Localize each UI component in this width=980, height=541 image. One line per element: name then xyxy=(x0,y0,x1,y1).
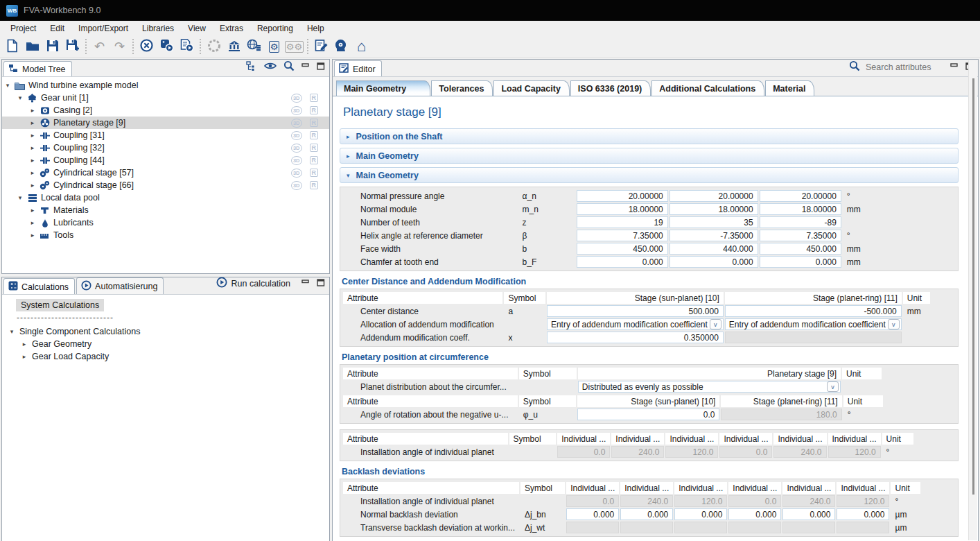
tree-item-cylindrical-stage-57[interactable]: ▸Cylindrical stage [57]3DR xyxy=(2,166,329,179)
value-input[interactable]: -7.35000 xyxy=(670,230,758,241)
collapse-icon[interactable]: ▾ xyxy=(15,194,26,201)
expand-icon[interactable]: ▸ xyxy=(27,232,38,239)
report-editor-button[interactable] xyxy=(311,37,331,56)
value-input[interactable]: 20.00000 xyxy=(577,190,668,202)
hierarchy-view-icon[interactable] xyxy=(246,61,257,74)
show-hide-eye-icon[interactable] xyxy=(264,62,277,72)
report-icon[interactable]: R xyxy=(310,119,319,127)
view-3d-icon[interactable]: 3D xyxy=(291,169,302,178)
value-input[interactable]: 0.000 xyxy=(674,508,727,520)
redo-button[interactable]: ↷ xyxy=(110,37,130,56)
expand-icon[interactable]: ▸ xyxy=(19,341,30,347)
expert-mode-button[interactable] xyxy=(331,37,351,56)
value-input[interactable]: 0.350000 xyxy=(547,332,724,343)
value-input[interactable]: 7.35000 xyxy=(577,230,668,241)
run-script-button[interactable] xyxy=(177,37,197,56)
view-3d-icon[interactable]: 3D xyxy=(291,144,302,153)
report-icon[interactable]: R xyxy=(310,156,319,164)
view-3d-icon[interactable]: 3D xyxy=(291,156,302,165)
value-input[interactable]: 0.000 xyxy=(837,508,889,520)
expand-icon[interactable]: ▸ xyxy=(27,182,38,189)
tree-item-planetary-stage-9[interactable]: ▸Planetary stage [9]3DR xyxy=(2,117,329,129)
database-bank-button[interactable] xyxy=(224,37,244,56)
expand-icon[interactable]: ▸ xyxy=(27,107,38,114)
dropdown-select[interactable]: Entry of addendum modification coefficie… xyxy=(725,318,902,330)
bearing-button[interactable] xyxy=(204,37,224,56)
expand-icon[interactable]: ▸ xyxy=(27,207,38,214)
view-3d-icon[interactable]: 3D xyxy=(291,181,302,190)
minimize-panel-icon[interactable] xyxy=(301,279,310,289)
minimize-panel-icon[interactable] xyxy=(950,62,959,72)
menu-libraries[interactable]: Libraries xyxy=(135,22,181,35)
report-icon[interactable]: R xyxy=(310,169,319,177)
value-input[interactable]: 35 xyxy=(670,216,758,228)
dropdown-arrow-icon[interactable]: v xyxy=(888,319,900,329)
tree-item-wind-turbine-example-model[interactable]: ▾Wind turbine example model xyxy=(2,79,329,92)
view-3d-icon[interactable]: 3D xyxy=(291,131,302,140)
report-icon[interactable]: R xyxy=(310,181,319,189)
value-input[interactable]: 7.35000 xyxy=(760,230,841,241)
run-calculation-button[interactable]: Run calculation xyxy=(212,275,295,291)
tree-item-coupling-31[interactable]: ▸Coupling [31]3DR xyxy=(2,129,329,141)
report-icon[interactable]: R xyxy=(310,94,319,102)
menu-extras[interactable]: Extras xyxy=(213,22,250,35)
scrollbar-thumb[interactable] xyxy=(972,78,974,495)
value-input[interactable]: 0.0 xyxy=(577,409,719,420)
value-input[interactable]: 0.000 xyxy=(566,508,619,520)
dropdown-select[interactable]: Entry of addendum modification coefficie… xyxy=(547,318,724,330)
dropdown-arrow-icon[interactable]: v xyxy=(710,319,721,329)
search-tree-icon[interactable] xyxy=(283,60,295,74)
tree-item-gear-geometry[interactable]: ▸Gear Geometry xyxy=(6,338,329,350)
expand-icon[interactable]: ▸ xyxy=(27,169,38,176)
tree-item-gear-load-capacity[interactable]: ▸Gear Load Capacity xyxy=(6,350,329,363)
tab-tolerances[interactable]: Tolerances xyxy=(431,80,493,96)
global-database-button[interactable] xyxy=(244,37,264,56)
expand-icon[interactable]: ▸ xyxy=(27,144,38,151)
expand-icon[interactable]: ▸ xyxy=(27,219,38,226)
save-as-button[interactable] xyxy=(62,37,82,56)
value-input[interactable]: 0.000 xyxy=(760,256,841,268)
menu-reporting[interactable]: Reporting xyxy=(250,22,300,35)
tree-item-tools[interactable]: ▸Tools xyxy=(2,229,329,241)
value-input[interactable]: 20.00000 xyxy=(670,190,758,202)
search-attributes-input[interactable] xyxy=(864,62,943,73)
section-main-geometry-collapsed[interactable]: ▸ Main Geometry xyxy=(340,148,959,164)
tree-item-lubricants[interactable]: ▸Lubricants xyxy=(2,216,329,229)
tree-item-coupling-44[interactable]: ▸Coupling [44]3DR xyxy=(2,154,329,166)
value-input[interactable]: 0.000 xyxy=(670,256,758,268)
tab-main-geometry[interactable]: Main Geometry xyxy=(336,80,430,96)
maximize-panel-icon[interactable] xyxy=(317,279,325,289)
dropdown-arrow-icon[interactable]: v xyxy=(827,381,839,392)
section-main-geometry-expanded[interactable]: ▾ Main Geometry xyxy=(340,167,959,183)
collapse-icon[interactable]: ▾ xyxy=(6,328,17,335)
save-button[interactable] xyxy=(42,37,62,56)
report-icon[interactable]: R xyxy=(310,106,319,114)
report-icon[interactable]: R xyxy=(310,131,319,139)
tree-item-cylindrical-stage-66[interactable]: ▸Cylindrical stage [66]3DR xyxy=(2,179,329,191)
tree-item-single-component-calculations[interactable]: ▾Single Component Calculations xyxy=(6,325,329,338)
minimize-panel-icon[interactable] xyxy=(301,62,310,72)
collapse-icon[interactable]: ▾ xyxy=(15,94,26,101)
tree-item-materials[interactable]: ▸Materials xyxy=(2,204,329,216)
undo-button[interactable]: ↶ xyxy=(89,37,110,56)
open-model-button[interactable] xyxy=(22,37,42,56)
home-button[interactable]: ⌂ xyxy=(351,37,371,56)
value-input[interactable]: 500.000 xyxy=(547,305,724,317)
tab-automation[interactable]: Automatisierung xyxy=(76,277,164,294)
value-input[interactable]: 20.00000 xyxy=(760,190,841,202)
value-input[interactable]: 440.000 xyxy=(670,243,758,255)
menu-project[interactable]: Project xyxy=(3,22,43,35)
value-input[interactable]: 0.000 xyxy=(728,508,781,520)
tree-item-casing-2[interactable]: ▸Casing [2]3DR xyxy=(2,104,329,117)
expand-icon[interactable]: ▸ xyxy=(27,119,38,126)
dropdown-select[interactable]: Distributed as evenly as possiblev xyxy=(578,381,841,393)
vertical-scrollbar[interactable] xyxy=(968,60,977,540)
value-input[interactable]: 18.00000 xyxy=(670,203,758,215)
tree-item-gear-unit-1[interactable]: ▾Gear unit [1]3DR xyxy=(2,92,329,104)
expand-icon[interactable]: ▸ xyxy=(27,132,38,139)
value-input[interactable]: 0.000 xyxy=(577,256,668,268)
view-3d-icon[interactable]: 3D xyxy=(291,94,302,103)
system-calculations-item[interactable]: System Calculations xyxy=(16,299,104,311)
value-input[interactable]: 450.000 xyxy=(760,243,841,255)
view-3d-icon[interactable]: 3D xyxy=(291,106,302,115)
